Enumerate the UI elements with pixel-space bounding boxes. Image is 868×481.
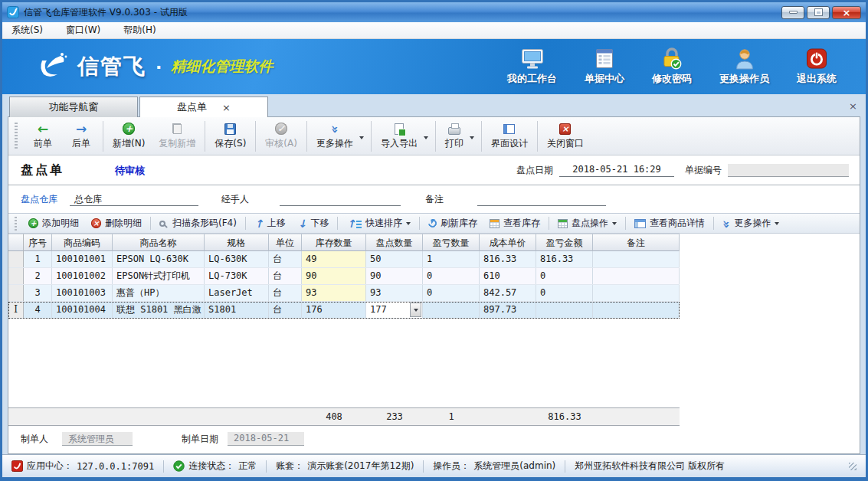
cell-indicator[interactable]: I: [8, 302, 24, 318]
menu-help[interactable]: 帮助(H): [123, 24, 156, 37]
cell-name[interactable]: EPSON针式打印机: [113, 268, 205, 284]
cell-remark[interactable]: [593, 302, 680, 318]
move-up-button[interactable]: ↑ 上移: [249, 217, 291, 230]
cell-unit[interactable]: 台: [269, 285, 302, 301]
toolbar-grip[interactable]: [15, 123, 18, 150]
audit-button[interactable]: ✓ 审核(A): [258, 119, 304, 152]
copy-new-button[interactable]: 复制新增: [152, 119, 202, 152]
cell-code[interactable]: 100101001: [52, 251, 113, 267]
column-header[interactable]: 库存数量: [302, 234, 366, 251]
cell-cost[interactable]: 610: [480, 268, 536, 284]
editor-value[interactable]: 177: [366, 302, 409, 318]
column-header[interactable]: 备注: [593, 234, 680, 251]
menu-window[interactable]: 窗口(W): [66, 24, 100, 37]
delete-detail-button[interactable]: × 删除明细: [86, 217, 147, 230]
column-header[interactable]: 成本单价: [480, 234, 536, 251]
menu-system[interactable]: 系统(S): [11, 24, 43, 37]
my-workspace-button[interactable]: 我的工作台: [507, 47, 557, 86]
more-actions-button[interactable]: » 更多操作: [310, 119, 368, 152]
cell-seq[interactable]: 3: [24, 285, 52, 301]
add-detail-button[interactable]: + 添加明细: [23, 217, 84, 230]
handler-field[interactable]: [280, 193, 401, 206]
cell-code[interactable]: 100101004: [52, 302, 113, 318]
cell-seq[interactable]: 4: [24, 302, 52, 318]
cell-diff_amount[interactable]: 0: [536, 285, 593, 301]
grid-more-actions-button[interactable]: » 更多操作: [717, 217, 784, 230]
minimize-button[interactable]: [781, 6, 804, 19]
cell-counted[interactable]: 93: [366, 285, 423, 301]
column-header[interactable]: 盘点数量: [366, 234, 423, 251]
count-operations-button[interactable]: 盘点操作: [552, 217, 622, 230]
cell-seq[interactable]: 1: [24, 251, 52, 267]
cell-seq[interactable]: 2: [24, 268, 52, 284]
cell-stock[interactable]: 93: [302, 285, 366, 301]
cell-diff_qty[interactable]: [423, 302, 480, 318]
document-center-button[interactable]: 单据中心: [585, 47, 624, 86]
view-stock-button[interactable]: 查看库存: [484, 217, 545, 230]
cell-unit[interactable]: 台: [269, 302, 302, 318]
cell-spec[interactable]: LQ-630K: [205, 251, 269, 267]
table-row[interactable]: 3100101003惠普（HP）LaserJet台93930842.570: [8, 285, 680, 302]
cell-indicator[interactable]: [8, 251, 24, 267]
quick-sort-button[interactable]: ↑ 快速排序: [341, 217, 416, 230]
column-header[interactable]: 规格: [205, 234, 269, 251]
cell-cost[interactable]: 816.33: [480, 251, 536, 267]
cell-diff_amount[interactable]: 816.33: [536, 251, 593, 267]
tab-close-icon[interactable]: ×: [222, 103, 231, 113]
tabstrip-close-icon[interactable]: ×: [849, 101, 857, 111]
column-header[interactable]: 商品名称: [113, 234, 205, 251]
tab-nav-panel[interactable]: 功能导航窗: [9, 97, 138, 117]
restore-button[interactable]: [807, 6, 830, 19]
table-row[interactable]: 2100101002EPSON针式打印机LQ-730K台909006100: [8, 268, 680, 285]
cell-code[interactable]: 100101002: [52, 268, 113, 284]
cell-remark[interactable]: [593, 285, 680, 301]
cell-dropdown-button[interactable]: [410, 303, 421, 317]
cell-unit[interactable]: 台: [269, 251, 302, 267]
cell-counted[interactable]: 50: [366, 251, 423, 267]
cell-indicator[interactable]: [8, 285, 24, 301]
cell-cost[interactable]: 842.57: [480, 285, 536, 301]
cell-code[interactable]: 100101003: [52, 285, 113, 301]
cell-spec[interactable]: LQ-730K: [205, 268, 269, 284]
cell-stock[interactable]: 90: [302, 268, 366, 284]
import-export-button[interactable]: 导入导出: [374, 119, 433, 152]
tab-inventory-count[interactable]: 盘点单 ×: [139, 97, 268, 117]
column-header[interactable]: 盈亏金额: [536, 234, 593, 251]
ui-design-button[interactable]: 界面设计: [484, 119, 535, 152]
cell-stock[interactable]: 49: [302, 251, 366, 267]
next-doc-button[interactable]: → 后单: [62, 119, 100, 152]
cell-diff_qty[interactable]: 0: [423, 285, 480, 301]
close-button[interactable]: ×: [832, 6, 861, 19]
save-button[interactable]: 保存(S): [208, 119, 253, 152]
new-doc-button[interactable]: + 新增(N): [106, 119, 152, 152]
cell-diff_amount[interactable]: [536, 302, 593, 318]
cell-diff_amount[interactable]: 0: [536, 268, 593, 284]
column-header[interactable]: 单位: [269, 234, 302, 251]
scan-barcode-button[interactable]: 扫描条形码(F4): [154, 217, 242, 230]
column-header[interactable]: 序号: [24, 234, 52, 251]
cell-diff_qty[interactable]: 1: [423, 251, 480, 267]
cell-cost[interactable]: 897.73: [480, 302, 536, 318]
resize-grip[interactable]: [849, 463, 857, 470]
close-window-button[interactable]: × 关闭窗口: [540, 119, 591, 152]
grid-toolbar-grip[interactable]: [15, 217, 17, 231]
view-product-detail-button[interactable]: 查看商品详情: [629, 217, 710, 230]
cell-spec[interactable]: LaserJet: [205, 285, 269, 301]
table-row[interactable]: 1100101001EPSON LQ-630KLQ-630K台49501816.…: [8, 251, 680, 268]
column-header[interactable]: 盈亏数量: [423, 234, 480, 251]
move-down-button[interactable]: ↓ 下移: [293, 217, 335, 230]
warehouse-field[interactable]: 总仓库: [70, 193, 198, 206]
cell-name[interactable]: EPSON LQ-630K: [113, 251, 205, 267]
change-operator-button[interactable]: 更换操作员: [719, 47, 769, 86]
remark-field[interactable]: [477, 193, 606, 206]
print-button[interactable]: 打印: [438, 119, 479, 152]
cell-diff_qty[interactable]: 0: [423, 268, 480, 284]
exit-system-button[interactable]: 退出系统: [797, 47, 837, 86]
cell-unit[interactable]: 台: [269, 268, 302, 284]
cell-stock[interactable]: 176: [302, 302, 366, 318]
change-password-button[interactable]: 修改密码: [652, 47, 692, 86]
cell-indicator[interactable]: [8, 268, 24, 284]
cell-counted[interactable]: 90: [366, 268, 423, 284]
table-row[interactable]: I4100101004联想 S1801 黑白激S1801台176177897.7…: [8, 302, 680, 319]
column-header[interactable]: 商品编码: [52, 234, 113, 251]
